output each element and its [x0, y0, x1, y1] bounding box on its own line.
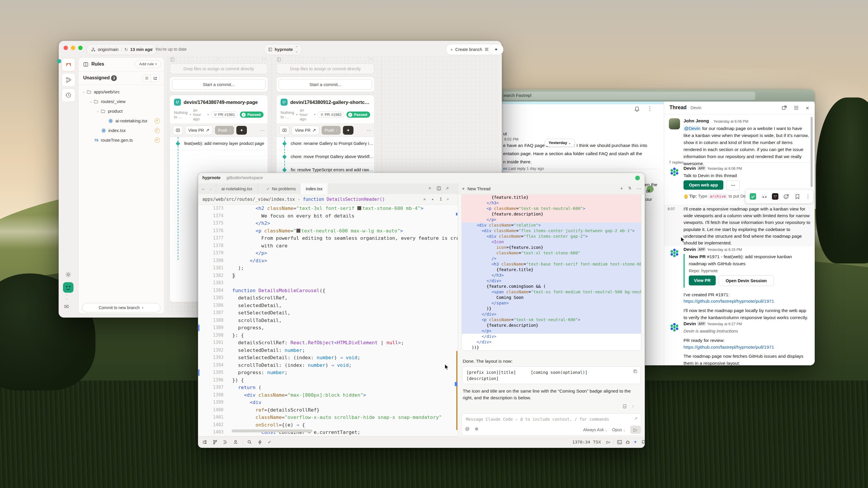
markdown-icon[interactable]: MD [623, 404, 627, 409]
ci-status-badge[interactable]: ✓Passed [240, 111, 264, 118]
mention-icon[interactable]: @ [465, 426, 469, 431]
git-panel-icon[interactable] [213, 440, 218, 445]
model-select[interactable]: Opus ⌄ [612, 427, 625, 432]
eyes-emoji[interactable] [761, 193, 767, 200]
ai-commit-button[interactable]: ✦ [343, 126, 353, 135]
add-rule-button[interactable]: Add rule + [135, 60, 161, 68]
tree-view-icon[interactable] [151, 75, 159, 82]
commit-row[interactable]: feat(web): add memory layer product page [170, 137, 268, 150]
code-line[interactable]: 1390}: { [198, 332, 458, 339]
avatar[interactable] [669, 118, 680, 129]
code-line[interactable]: 1375 </h2> [198, 220, 458, 227]
diff-preview[interactable]: {feature.title} </h3> <p className="text… [462, 195, 641, 351]
new-tab-icon[interactable]: + [428, 186, 431, 191]
language-server-icon[interactable]: z» [606, 440, 610, 444]
pr-pill[interactable]: PR #1982 [317, 111, 344, 118]
editor-branch-name[interactable]: gitbutler/workspace [226, 175, 263, 180]
search-icon[interactable]: ⌕ [423, 197, 426, 202]
close-button[interactable] [64, 46, 68, 50]
drag-grip-icon[interactable]: :::: [322, 57, 327, 61]
code-line[interactable]: 1394 scrollToDetail: (index: number) ⇒ v… [198, 361, 458, 369]
code-line[interactable]: 1400 ref={detailsScrollRef} [198, 406, 458, 414]
assign-panel-icon[interactable] [277, 57, 281, 62]
tab-ai-notetaking[interactable]: ai-notetaking.tsx [216, 183, 258, 194]
diagnostics-check-icon[interactable]: ✓ [268, 440, 272, 445]
check-emoji[interactable] [750, 193, 756, 200]
project-panel-icon[interactable] [203, 440, 207, 445]
user-avatar[interactable] [63, 282, 73, 293]
view-pr-button[interactable]: View PR [689, 275, 716, 285]
outline-panel-icon[interactable] [223, 440, 228, 445]
start-commit-button[interactable]: Start a commit... [279, 79, 372, 90]
collapse-sidebar-icon[interactable]: ⌃⌄ [65, 294, 68, 300]
date-divider-pill[interactable]: Yesterday ⌄ [545, 139, 575, 147]
language-indicator[interactable]: TSX [593, 440, 601, 444]
code-line[interactable]: 1387 setSelectedDetail, [198, 309, 458, 317]
nav-forward-icon[interactable]: → [208, 186, 213, 191]
commit-row[interactable]: chore: move Prompt Gallery above Workflo… [276, 150, 374, 163]
lane-more-icon[interactable]: ⋯ [369, 56, 373, 62]
code-line[interactable]: 1401 className="overflow-x-auto scrollba… [198, 414, 458, 421]
tree-item-routetree-gen-ts[interactable]: TSrouteTree.gen.ts [81, 135, 162, 145]
devin-avatar[interactable] [669, 247, 680, 259]
ai-commit-button[interactable]: ✦ [236, 126, 247, 135]
nav-back-icon[interactable]: ← [201, 186, 206, 191]
review-expand-button[interactable] [279, 126, 289, 135]
branch-more-icon[interactable]: ⋯ [260, 128, 265, 133]
editor-project-name[interactable]: hyprnote [203, 175, 220, 180]
sidebar-branches-icon[interactable] [62, 73, 75, 87]
debug-icon[interactable] [625, 440, 630, 445]
horizontal-scrollbar[interactable] [231, 429, 312, 432]
editor-scrollbar[interactable] [454, 205, 458, 436]
open-devin-session-button[interactable]: Open Devin Session [719, 275, 774, 286]
code-line[interactable]: 1389 progress, [198, 324, 458, 332]
code-line[interactable]: 1402 onScroll={(e) ⇒ { [198, 421, 458, 429]
review-expand-button[interactable] [173, 126, 183, 135]
ai-actions-button[interactable]: ✦ [489, 44, 503, 55]
code-line[interactable]: 1376 <p className="text-neutral-600 max-… [198, 227, 458, 235]
create-branch-button[interactable]: + Create branch ⌘B [446, 44, 496, 55]
cursor-mode-icon[interactable]: I [440, 197, 442, 201]
message-author[interactable]: John Jeong [683, 118, 709, 124]
expand-input-icon[interactable]: ↗ [634, 416, 638, 421]
view-toggle[interactable] [142, 74, 160, 82]
code-line[interactable]: 1378 with care [198, 242, 458, 250]
tree-item-routes-view[interactable]: ⌄routes/_view [81, 97, 162, 106]
code-line[interactable]: 1383 [198, 279, 458, 287]
drop-zone[interactable]: Drop files to assign or commit directly [276, 63, 375, 74]
base-branch-pill[interactable]: origin/main | ↻ 13 min ago [87, 44, 157, 55]
code-line[interactable]: 1397 return ( [198, 384, 458, 391]
notifications-bell-icon[interactable] [634, 106, 640, 112]
tree-item-product[interactable]: ⌄product [81, 106, 162, 116]
code-editor[interactable]: 1373 <h2 className="text-3xl font-serif … [198, 205, 458, 436]
commit-row[interactable]: chore: rename Gallery to Prompt Gallery … [276, 137, 374, 150]
window-controls[interactable] [64, 46, 86, 51]
thread-history-icon[interactable]: ⇅ [628, 186, 631, 191]
ai-assistant-icon[interactable]: ✦ [633, 440, 637, 445]
bookmark-icon[interactable] [794, 193, 801, 200]
message-timestamp[interactable]: Yesterday at 6:06 PM [713, 120, 748, 124]
code-line[interactable]: 1388 scrollToDetail, [198, 317, 458, 324]
list-view-icon[interactable] [143, 75, 151, 82]
refresh-icon[interactable]: ↻ [124, 47, 128, 52]
collab-presence-dot[interactable] [635, 176, 640, 180]
devin-avatar[interactable] [669, 322, 680, 333]
code-line[interactable]: 1398 <div className="max-[800px]:block h… [198, 391, 458, 399]
permission-mode-select[interactable]: Always Ask ⌄ [583, 427, 608, 432]
notifications-bell-icon[interactable] [641, 440, 645, 444]
assign-panel-icon[interactable] [170, 57, 175, 62]
problems-indicator[interactable]: ✓No problems [261, 183, 301, 194]
new-thread-icon[interactable]: + [620, 186, 623, 191]
close-icon[interactable]: × [803, 104, 812, 112]
message-timestamp[interactable]: 6:07 [668, 207, 675, 211]
code-line[interactable]: 1386 selectedDetail, [198, 302, 458, 310]
expand-pane-icon[interactable]: ↗ [445, 186, 449, 191]
code-line[interactable]: 1385 detailsScrollRef, [198, 294, 458, 302]
chevron-down-icon[interactable]: ⌄ [90, 100, 92, 103]
mention[interactable]: @Devin [683, 126, 701, 131]
thread-scrollbar[interactable] [811, 117, 813, 187]
feedback-mail-icon[interactable]: ✉ [64, 303, 69, 310]
code-line[interactable]: 1379 </p> [198, 250, 458, 257]
lane-header[interactable]: :::: ⋯ [169, 57, 268, 63]
view-pr-button[interactable]: View PR [185, 126, 213, 135]
